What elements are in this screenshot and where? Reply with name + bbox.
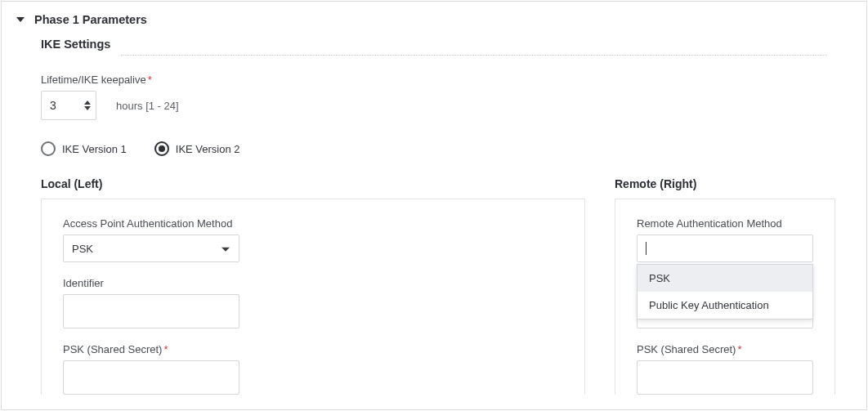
caret-down-icon <box>16 17 25 22</box>
dropdown-option-public-key[interactable]: Public Key Authentication <box>638 292 812 319</box>
remote-psk-label: PSK (Shared Secret)* <box>637 343 813 355</box>
remote-auth-input[interactable] <box>637 235 813 262</box>
ike-header-row: IKE Settings <box>41 38 827 56</box>
stepper-down-icon[interactable] <box>84 106 91 110</box>
panel-title: Phase 1 Parameters <box>34 13 147 26</box>
remote-column: Remote (Right) Remote Authentication Met… <box>615 177 835 395</box>
radio-checked-icon <box>154 141 169 156</box>
ike-section: IKE Settings Lifetime/IKE keepalive* hou… <box>2 33 866 395</box>
stepper-up-icon[interactable] <box>84 101 91 105</box>
local-auth-label: Access Point Authentication Method <box>63 217 563 230</box>
local-auth-group: Access Point Authentication Method PSK <box>63 217 563 262</box>
radio-ike-v2[interactable]: IKE Version 2 <box>154 141 240 156</box>
identifier-input[interactable] <box>63 294 239 328</box>
remote-auth-label: Remote Authentication Method <box>637 217 813 230</box>
local-psk-label: PSK (Shared Secret)* <box>63 343 563 355</box>
required-asterisk: * <box>148 74 152 86</box>
remote-psk-group: PSK (Shared Secret)* <box>637 343 813 395</box>
remote-box: Remote Authentication Method PSK Public … <box>615 199 835 395</box>
local-auth-select[interactable]: PSK <box>63 235 239 262</box>
text-cursor <box>646 242 647 255</box>
local-title: Local (Left) <box>41 177 585 190</box>
dropdown-option-psk[interactable]: PSK <box>638 265 812 292</box>
chevron-down-icon <box>221 248 230 252</box>
local-box: Access Point Authentication Method PSK I… <box>41 199 585 395</box>
identifier-label: Identifier <box>63 277 563 289</box>
remote-auth-dropdown: PSK Public Key Authentication <box>637 264 813 319</box>
phase1-panel: Phase 1 Parameters IKE Settings Lifetime… <box>1 1 867 410</box>
lifetime-hint: hours [1 - 24] <box>116 100 179 112</box>
local-psk-input[interactable] <box>63 360 239 395</box>
lifetime-field: Lifetime/IKE keepalive* hours [1 - 24] <box>41 74 827 120</box>
radio-ike-v1[interactable]: IKE Version 1 <box>41 141 127 156</box>
remote-auth-group: Remote Authentication Method PSK Public … <box>637 217 813 328</box>
lifetime-input[interactable] <box>50 99 74 112</box>
lifetime-label: Lifetime/IKE keepalive* <box>41 74 827 86</box>
panel-header[interactable]: Phase 1 Parameters <box>2 2 866 33</box>
identifier-group: Identifier <box>63 277 563 328</box>
ike-title: IKE Settings <box>41 38 110 51</box>
remote-title: Remote (Right) <box>615 177 835 190</box>
local-column: Local (Left) Access Point Authentication… <box>41 177 585 395</box>
columns: Local (Left) Access Point Authentication… <box>41 177 827 395</box>
local-psk-group: PSK (Shared Secret)* <box>63 343 563 395</box>
required-asterisk: * <box>737 343 741 355</box>
ike-version-radio-group: IKE Version 1 IKE Version 2 <box>41 141 827 156</box>
lifetime-stepper[interactable] <box>41 91 96 120</box>
required-asterisk: * <box>163 343 168 355</box>
radio-unchecked-icon <box>41 141 56 156</box>
local-auth-value: PSK <box>72 243 93 255</box>
remote-psk-input[interactable] <box>637 360 813 395</box>
